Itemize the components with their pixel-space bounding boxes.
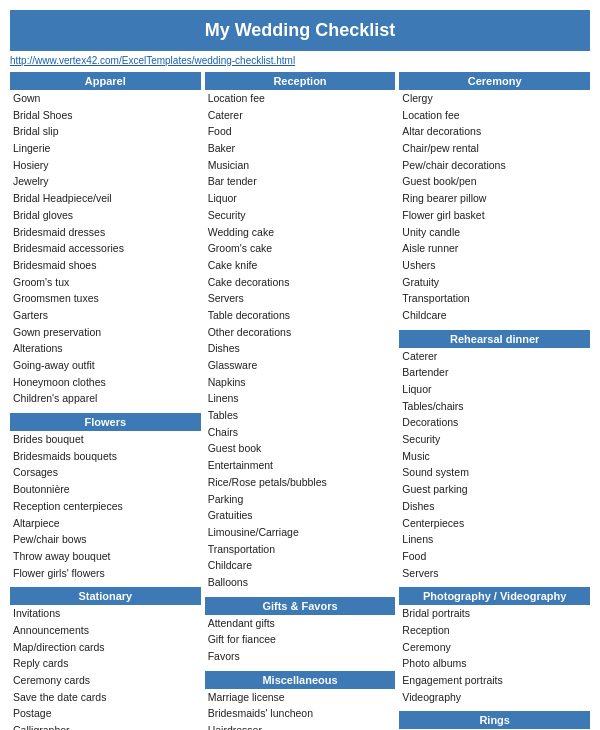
list-item: Alterations [10, 340, 201, 357]
list-item: Calligrapher [10, 722, 201, 730]
section-header-1-1: Gifts & Favors [205, 597, 396, 615]
list-item: Reception centerpieces [10, 498, 201, 515]
list-item: Bar tender [205, 173, 396, 190]
list-item: Gift for fiancee [205, 631, 396, 648]
list-item: Aisle runner [399, 240, 590, 257]
list-item: Favors [205, 648, 396, 665]
list-item: Decorations [399, 414, 590, 431]
list-item: Brides bouquet [10, 431, 201, 448]
list-item: Bridal slip [10, 123, 201, 140]
list-item: Bartender [399, 364, 590, 381]
list-item: Photo albums [399, 655, 590, 672]
list-item: Entertainment [205, 457, 396, 474]
list-item: Table decorations [205, 307, 396, 324]
section-items-0-1: Brides bouquetBridesmaids bouquetsCorsag… [10, 431, 201, 581]
section-header-1-0: Reception [205, 72, 396, 90]
list-item: Postage [10, 705, 201, 722]
section-items-0-2: InvitationsAnnouncementsMap/direction ca… [10, 605, 201, 730]
list-item: Gratuities [205, 507, 396, 524]
list-item: Ceremony cards [10, 672, 201, 689]
list-item: Baker [205, 140, 396, 157]
list-item: Chairs [205, 424, 396, 441]
list-item: Caterer [399, 348, 590, 365]
section-header-0-1: Flowers [10, 413, 201, 431]
list-item: Guest book [205, 440, 396, 457]
list-item: Hosiery [10, 157, 201, 174]
list-item: Garters [10, 307, 201, 324]
list-item: Servers [399, 565, 590, 582]
columns-wrapper: ApparelGownBridal ShoesBridal slipLinger… [10, 72, 590, 730]
list-item: Ceremony [399, 639, 590, 656]
list-item: Limousine/Carriage [205, 524, 396, 541]
list-item: Unity candle [399, 224, 590, 241]
list-item: Throw away bouquet [10, 548, 201, 565]
list-item: Rice/Rose petals/bubbles [205, 474, 396, 491]
list-item: Gown [10, 90, 201, 107]
list-item: Security [205, 207, 396, 224]
section-items-2-1: CatererBartenderLiquorTables/chairsDecor… [399, 348, 590, 582]
list-item: Transportation [205, 541, 396, 558]
list-item: Cake decorations [205, 274, 396, 291]
list-item: Bridesmaid dresses [10, 224, 201, 241]
list-item: Honeymoon clothes [10, 374, 201, 391]
list-item: Glassware [205, 357, 396, 374]
list-item: Going-away outfit [10, 357, 201, 374]
list-item: Food [399, 548, 590, 565]
section-header-0-2: Stationary [10, 587, 201, 605]
list-item: Groomsmen tuxes [10, 290, 201, 307]
section-items-2-2: Bridal portraitsReceptionCeremonyPhoto a… [399, 605, 590, 705]
list-item: Centerpieces [399, 515, 590, 532]
list-item: Chair/pew rental [399, 140, 590, 157]
list-item: Children's apparel [10, 390, 201, 407]
list-item: Groom's cake [205, 240, 396, 257]
column-1: ReceptionLocation feeCatererFoodBakerMus… [205, 72, 396, 730]
section-header-2-2: Photography / Videography [399, 587, 590, 605]
section-header-1-2: Miscellaneous [205, 671, 396, 689]
list-item: Ushers [399, 257, 590, 274]
list-item: Tables [205, 407, 396, 424]
column-0: ApparelGownBridal ShoesBridal slipLinger… [10, 72, 201, 730]
list-item: Dishes [205, 340, 396, 357]
list-item: Bridal gloves [10, 207, 201, 224]
list-item: Gratuity [399, 274, 590, 291]
list-item: Childcare [399, 307, 590, 324]
list-item: Guest parking [399, 481, 590, 498]
list-item: Bridesmaid accessories [10, 240, 201, 257]
list-item: Linens [399, 531, 590, 548]
list-item: Balloons [205, 574, 396, 591]
column-2: CeremonyClergyLocation feeAltar decorati… [399, 72, 590, 730]
list-item: Altar decorations [399, 123, 590, 140]
list-item: Ring bearer pillow [399, 190, 590, 207]
list-item: Childcare [205, 557, 396, 574]
list-item: Hairdresser [205, 722, 396, 730]
section-items-1-1: Attendant giftsGift for fianceeFavors [205, 615, 396, 665]
list-item: Guest book/pen [399, 173, 590, 190]
section-header-2-3: Rings [399, 711, 590, 729]
list-item: Liquor [399, 381, 590, 398]
list-item: Bridesmaids bouquets [10, 448, 201, 465]
list-item: Servers [205, 290, 396, 307]
list-item: Marriage license [205, 689, 396, 706]
list-item: Flower girl basket [399, 207, 590, 224]
list-item: Musician [205, 157, 396, 174]
list-item: Napkins [205, 374, 396, 391]
section-header-2-0: Ceremony [399, 72, 590, 90]
section-items-1-2: Marriage licenseBridesmaids' luncheonHai… [205, 689, 396, 730]
list-item: Location fee [205, 90, 396, 107]
list-item: Boutonnière [10, 481, 201, 498]
list-item: Bridesmaid shoes [10, 257, 201, 274]
section-items-2-0: ClergyLocation feeAltar decorationsChair… [399, 90, 590, 324]
list-item: Caterer [205, 107, 396, 124]
list-item: Announcements [10, 622, 201, 639]
source-link[interactable]: http://www.vertex42.com/ExcelTemplates/w… [10, 55, 590, 66]
list-item: Sound system [399, 464, 590, 481]
list-item: Other decorations [205, 324, 396, 341]
list-item: Bridal portraits [399, 605, 590, 622]
list-item: Lingerie [10, 140, 201, 157]
list-item: Wedding cake [205, 224, 396, 241]
list-item: Location fee [399, 107, 590, 124]
list-item: Bridal Shoes [10, 107, 201, 124]
list-item: Save the date cards [10, 689, 201, 706]
list-item: Cake knife [205, 257, 396, 274]
list-item: Liquor [205, 190, 396, 207]
